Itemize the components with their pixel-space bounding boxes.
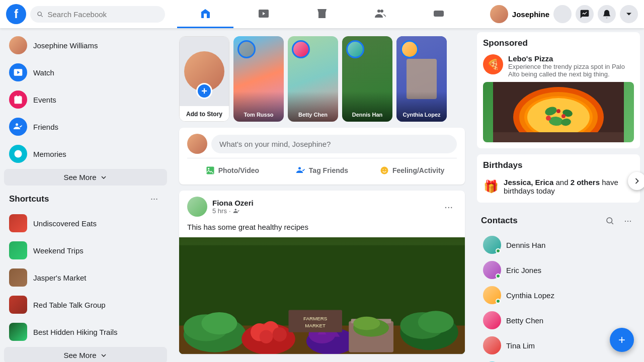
user-profile-link[interactable]: Josephine [490, 5, 549, 23]
events-icon [9, 90, 27, 109]
svg-point-14 [383, 169, 384, 170]
cynthia-online-indicator [496, 299, 501, 304]
story-betty-name: Betty Chen [290, 112, 336, 118]
ad-image[interactable] [483, 82, 634, 142]
story-tom-avatar [237, 40, 256, 58]
sidebar-item-red-table[interactable]: Red Table Talk Group [4, 292, 167, 318]
hiking-label: Best Hidden Hiking Trails [33, 328, 118, 336]
header: f Josephine [0, 0, 644, 28]
birthdays-title: Birthdays [483, 160, 634, 170]
profile-name: Josephine Williams [33, 41, 98, 50]
left-sidebar: Josephine Williams Watch Events Friends [0, 28, 171, 362]
svg-point-50 [561, 114, 566, 118]
shortcuts-more-button[interactable]: ··· [146, 192, 162, 206]
see-more-nav-button[interactable]: See More [4, 169, 167, 186]
sidebar-item-hiking[interactable]: Best Hidden Hiking Trails [4, 319, 167, 345]
contact-eric[interactable]: Eric Jones [479, 258, 638, 282]
contact-dennis-name: Dennis Han [506, 241, 545, 249]
friends-icon [9, 118, 27, 136]
svg-rect-52 [493, 132, 624, 142]
notifications-button[interactable] [598, 5, 616, 23]
main-layout: Josephine Williams Watch Events Friends [0, 28, 644, 362]
account-menu-button[interactable] [620, 5, 638, 23]
main-feed: + Add to Story Tom Russo Betty Chen [171, 28, 473, 362]
tag-label: Tag Friends [309, 166, 348, 174]
birthday-icon: 🎁 [483, 176, 499, 197]
post-image: FARMERS MARKET [179, 237, 465, 354]
post-author-avatar [187, 197, 207, 217]
hiking-icon [9, 323, 27, 341]
friends-label: Friends [33, 123, 58, 131]
new-message-float-button[interactable]: + [610, 328, 634, 352]
nav-gaming[interactable] [411, 0, 467, 28]
post-text: This has some great healthy recipes [179, 223, 465, 237]
header-left: f [0, 4, 171, 24]
nav-home[interactable] [177, 0, 233, 28]
memories-icon [9, 145, 27, 163]
sidebar-item-friends[interactable]: Friends [4, 114, 167, 140]
sidebar-item-jaspers-market[interactable]: Jasper's Market [4, 264, 167, 291]
ad-item: 🍕 Lebo's Pizza Experience the trendy piz… [483, 54, 634, 78]
svg-point-12 [298, 167, 301, 169]
story-tom-name: Tom Russo [235, 112, 282, 118]
birthday-count: 2 others [571, 178, 600, 187]
search-input[interactable] [48, 10, 159, 19]
facebook-logo[interactable]: f [6, 4, 26, 24]
ad-content: Lebo's Pizza Experience the trendy pizza… [508, 54, 634, 78]
messenger-button[interactable] [576, 5, 594, 23]
composer-avatar [187, 134, 207, 154]
story-cynthia[interactable]: Cynthia Lopez [396, 36, 447, 122]
contact-tina-name: Tina Lim [506, 341, 535, 350]
contact-dennis[interactable]: Dennis Han [479, 233, 638, 257]
shortcuts-title: Shortcuts [9, 194, 49, 204]
sidebar-item-profile[interactable]: Josephine Williams [4, 32, 167, 58]
ad-logo: 🍕 [483, 54, 503, 74]
composer-input[interactable]: What's on your mind, Josephine? [211, 135, 457, 153]
svg-point-49 [546, 116, 551, 121]
contact-betty[interactable]: Betty Chen [479, 308, 638, 332]
stories-container: + Add to Story Tom Russo Betty Chen [179, 36, 465, 122]
composer-top: What's on your mind, Josephine? [187, 134, 457, 154]
contacts-actions: ··· [602, 213, 636, 229]
story-tom[interactable]: Tom Russo [233, 36, 284, 122]
nav-groups[interactable] [352, 0, 409, 28]
red-table-icon [9, 296, 27, 314]
sidebar-item-watch[interactable]: Watch [4, 59, 167, 85]
contact-molly[interactable]: Molly Carter [479, 358, 638, 362]
post-more-button[interactable]: ··· [440, 199, 457, 215]
svg-point-15 [385, 169, 386, 170]
feeling-activity-button[interactable]: Feeling/Activity [367, 162, 457, 178]
watch-label: Watch [33, 68, 54, 77]
svg-point-51 [556, 109, 560, 113]
svg-point-11 [208, 168, 209, 169]
contact-cynthia-avatar [483, 286, 501, 304]
see-more-shortcuts-button[interactable]: See More [4, 347, 167, 362]
contacts-more-button[interactable]: ··· [620, 213, 636, 229]
sidebar-item-events[interactable]: Events [4, 86, 167, 113]
story-dennis-name: Dennis Han [344, 112, 390, 118]
weekend-trips-icon [9, 241, 27, 259]
tag-friends-button[interactable]: Tag Friends [277, 162, 367, 178]
sidebar-item-memories[interactable]: Memories [4, 141, 167, 167]
create-button[interactable] [553, 5, 572, 23]
search-bar[interactable] [30, 6, 165, 23]
red-table-label: Red Table Talk Group [33, 301, 106, 309]
story-dennis[interactable]: Dennis Han [342, 36, 392, 122]
photo-video-button[interactable]: Photo/Video [187, 162, 277, 178]
add-story-card[interactable]: + Add to Story [179, 36, 229, 122]
birthdays-section: Birthdays 🎁 Jessica, Erica and 2 others … [477, 154, 640, 203]
svg-rect-7 [15, 96, 22, 104]
svg-point-13 [380, 167, 388, 174]
nav-marketplace[interactable] [294, 0, 350, 28]
memories-label: Memories [33, 150, 66, 158]
nav-watch[interactable] [235, 0, 292, 28]
contacts-search-button[interactable] [602, 213, 618, 229]
post-card-1: Fiona Ozeri 5 hrs · ··· This has some gr… [179, 191, 465, 354]
sidebar-item-weekend-trips[interactable]: Weekend Trips [4, 237, 167, 263]
contact-cynthia[interactable]: Cynthia Lopez [479, 283, 638, 307]
sidebar-item-undiscovered-eats[interactable]: Undiscovered Eats [4, 210, 167, 236]
contact-betty-avatar [483, 311, 501, 329]
story-betty[interactable]: Betty Chen [288, 36, 338, 122]
add-story-label: Add to Story [180, 106, 229, 121]
svg-text:MARKET: MARKET [305, 323, 326, 328]
